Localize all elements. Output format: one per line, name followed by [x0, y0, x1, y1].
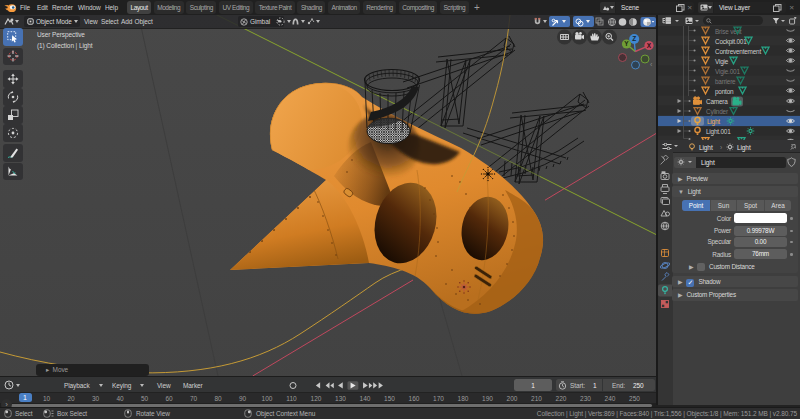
svg-text:Camera: Camera	[706, 98, 728, 105]
svg-text:X: X	[647, 42, 652, 49]
svg-text:Cockpit.001: Cockpit.001	[715, 37, 747, 45]
svg-text:Light: Light	[707, 118, 720, 126]
svg-text:barriere: barriere	[715, 77, 736, 84]
svg-text:Z: Z	[632, 35, 636, 42]
svg-text:Contreventement: Contreventement	[715, 47, 761, 54]
svg-text:Cylinder: Cylinder	[706, 108, 729, 116]
svg-text:Vigie.001: Vigie.001	[715, 67, 740, 75]
svg-text:Vigie: Vigie	[715, 57, 729, 65]
svg-text:ponton: ponton	[715, 87, 734, 95]
svg-text:Y: Y	[624, 40, 629, 47]
svg-text:Light.001: Light.001	[706, 128, 731, 136]
